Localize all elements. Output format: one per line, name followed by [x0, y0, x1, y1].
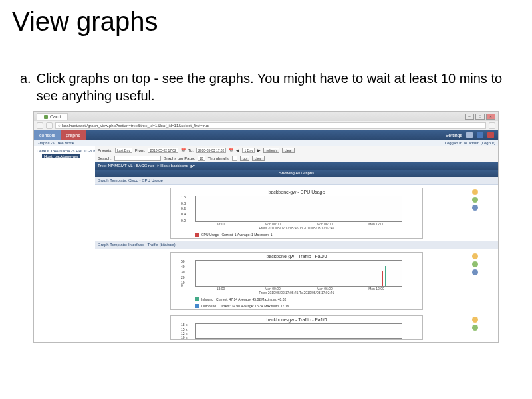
- instruction-letter: a.: [20, 70, 31, 104]
- csv-icon[interactable]: [472, 197, 478, 203]
- minimize-button[interactable]: –: [465, 114, 474, 120]
- zoom-icon[interactable]: [472, 317, 478, 323]
- favicon-icon: [44, 115, 48, 119]
- data-spike: [385, 266, 386, 286]
- csv-icon[interactable]: [472, 261, 478, 267]
- legend-summary: Current: 47.14 Average: 45.02 Maximum: 4…: [216, 297, 286, 301]
- gpp-label: Graphs per Page:: [164, 156, 195, 160]
- from-input[interactable]: 2010-05-02 17:02: [148, 148, 178, 153]
- legend-text: CPU Usage: [201, 233, 219, 237]
- instruction: a. Click graphs on top - see the graphs.…: [20, 70, 512, 104]
- edit-icon[interactable]: [472, 269, 478, 275]
- filter-presets-row: Presets: Last Day From: 2010-05-02 17:02…: [95, 146, 498, 154]
- y-tick: 0.4: [181, 212, 186, 216]
- y-tick: 0.0: [181, 219, 186, 223]
- plot-area: 50 40 30 20 10 0: [195, 260, 402, 287]
- url-text: localhost/cacti/graph_view.php?action=tr…: [62, 123, 209, 128]
- clear2-button[interactable]: clear: [252, 156, 265, 161]
- graph-actions: [472, 317, 478, 331]
- browser-tab[interactable]: Cacti: [37, 113, 68, 120]
- csv-icon[interactable]: [472, 325, 478, 331]
- zoom-icon[interactable]: [472, 253, 478, 259]
- thumbnails-label: Thumbnails:: [208, 156, 230, 160]
- edit-icon[interactable]: [472, 205, 478, 211]
- refresh-button[interactable]: refresh: [263, 148, 279, 153]
- legend-text: Outbound: [201, 304, 216, 308]
- legend-color: [195, 297, 199, 301]
- maximize-button[interactable]: □: [475, 114, 485, 120]
- legend-color: [195, 233, 199, 237]
- y-tick: 0.5: [181, 207, 186, 211]
- data-spike: [382, 271, 383, 286]
- login-status[interactable]: Logged in as admin (Logout): [445, 140, 495, 146]
- list-view-icon[interactable]: [487, 132, 494, 138]
- tab-graphs[interactable]: graphs: [61, 130, 85, 140]
- graph-title: backbone-gw - CPU Usage: [171, 188, 422, 196]
- tree-path-header: Tree: NP MGMT VL : BACC noc -> Host: bac…: [95, 162, 498, 170]
- clear-button[interactable]: clear: [282, 148, 295, 153]
- graph-legend-row1: Inbound Current: 47.14 Average: 45.02 Ma…: [171, 296, 422, 303]
- legend-summary: Current: 14.90 Average: 15.34 Maximum: 1…: [219, 304, 289, 308]
- to-label: To:: [188, 148, 194, 152]
- app-header: console graphs Settings: [34, 130, 498, 140]
- y-tick: 0: [181, 283, 183, 287]
- y-tick: 0.8: [181, 201, 186, 205]
- close-button[interactable]: ×: [486, 114, 495, 120]
- x-tick: Mon 12:00: [350, 287, 402, 291]
- calendar-icon[interactable]: 📅: [181, 148, 186, 152]
- tree-root[interactable]: Default Tree Name -> PROC -> noc-m: [37, 149, 92, 153]
- zoom-icon[interactable]: [472, 189, 478, 195]
- tree-view-icon[interactable]: [477, 132, 483, 138]
- from-label: From:: [135, 148, 146, 152]
- graph-actions: [472, 189, 478, 211]
- gear-icon[interactable]: [466, 132, 473, 138]
- y-tick: 30: [181, 270, 185, 274]
- bookmark-button[interactable]: [489, 122, 495, 129]
- calendar-icon-2[interactable]: 📅: [229, 148, 233, 152]
- y-tick: 10 k: [181, 336, 187, 340]
- legend-color: [195, 304, 199, 308]
- tree-host[interactable]: Host: backbone-gw: [42, 154, 80, 158]
- template-header-2: Graph Template: Interface - Traffic (bit…: [95, 241, 498, 249]
- slide-body: a. Click graphs on top - see the graphs.…: [0, 43, 532, 343]
- search-input[interactable]: [114, 156, 161, 161]
- x-tick: 18:00: [195, 222, 247, 226]
- to-input[interactable]: 2010-05-03 17:02: [196, 148, 226, 153]
- filter-search-row: Search: Graphs per Page: 10 Thumbnails: …: [95, 154, 498, 162]
- graph-legend: CPU Usage Current: 1 Average: 1 Maximum:…: [171, 231, 422, 238]
- forward-button[interactable]: [46, 122, 53, 129]
- graph-caption: From 2010/05/02 17:05:46 To 2010/05/03 1…: [171, 291, 422, 296]
- window-controls: – □ ×: [465, 114, 495, 120]
- shift-select[interactable]: 1 Day: [242, 148, 255, 153]
- back-button[interactable]: [37, 122, 43, 129]
- browser-tabbar: Cacti – □ ×: [34, 112, 498, 121]
- graph-traffic-fa10[interactable]: backbone-gw - Traffic - Fa1/0 18 k 15 k …: [170, 315, 423, 340]
- presets-select[interactable]: Last Day: [115, 148, 132, 153]
- y-tick: 40: [181, 265, 185, 269]
- graph-container-cpu: backbone-gw - CPU Usage 1.5 0.8 0.5 0.4 …: [95, 185, 498, 241]
- settings-link[interactable]: Settings: [446, 133, 462, 138]
- y-tick: 20: [181, 275, 185, 279]
- graph-title: backbone-gw - Traffic - Fa0/0: [171, 253, 422, 260]
- plot-area: 18 k 15 k 12 k 10 k: [195, 323, 402, 339]
- graph-actions: [472, 253, 478, 275]
- shift-left-icon[interactable]: ◀: [236, 148, 239, 152]
- tree-sidebar: Default Tree Name -> PROC -> noc-m Host:…: [34, 146, 95, 342]
- thumbnails-checkbox[interactable]: [232, 156, 237, 161]
- graph-traffic-fa00[interactable]: backbone-gw - Traffic - Fa0/0 50 40 30 2…: [170, 252, 423, 310]
- presets-label: Presets:: [98, 148, 112, 152]
- x-tick: 18:00: [195, 287, 247, 291]
- x-tick: Mon 12:00: [350, 222, 402, 226]
- go-button[interactable]: go: [240, 156, 249, 161]
- url-input[interactable]: ○ localhost/cacti/graph_view.php?action=…: [55, 122, 486, 129]
- instruction-text: Click graphs on top - see the graphs. Yo…: [37, 70, 512, 104]
- y-tick: 18 k: [181, 323, 187, 327]
- gpp-select[interactable]: 10: [198, 156, 205, 161]
- app-tabs: console graphs: [34, 130, 86, 140]
- breadcrumb: Graphs -> Tree Mode: [37, 140, 74, 146]
- tab-console[interactable]: console: [34, 130, 61, 140]
- graph-legend-row2: Outbound Current: 14.90 Average: 15.34 M…: [171, 303, 422, 309]
- showing-bar: Showing All Graphs: [95, 170, 498, 177]
- graph-cpu[interactable]: backbone-gw - CPU Usage 1.5 0.8 0.5 0.4 …: [170, 188, 423, 239]
- shift-right-icon[interactable]: ▶: [257, 148, 261, 152]
